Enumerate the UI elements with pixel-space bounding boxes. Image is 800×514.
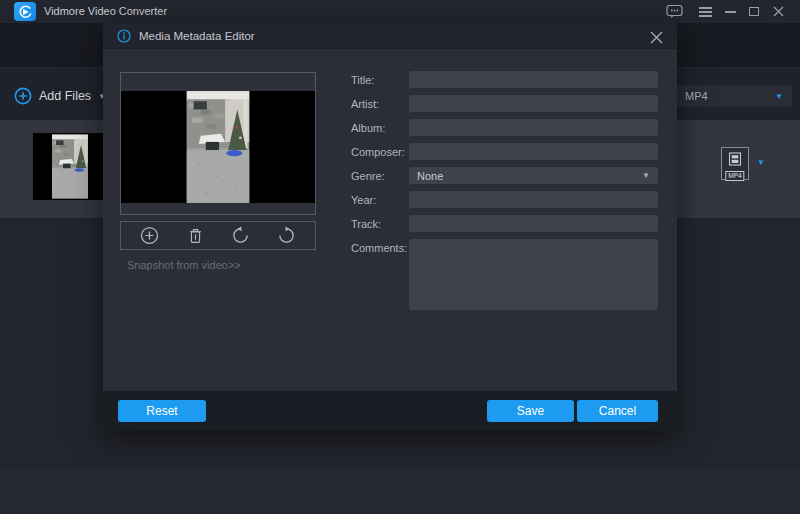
dialog-body: Snapshot from video>> Title: Artist: Alb… — [103, 49, 677, 391]
info-icon — [117, 29, 131, 43]
mp4-format-icon[interactable]: MP4 — [721, 147, 749, 180]
field-row-year: Year: — [351, 191, 658, 208]
window-title: Vidmore Video Converter — [44, 5, 167, 17]
composer-field[interactable] — [409, 143, 658, 160]
app-logo-icon — [14, 2, 36, 21]
media-thumbnail — [33, 133, 105, 200]
comments-label: Comments: — [351, 239, 409, 310]
dialog-footer: Reset Save Cancel — [103, 391, 677, 431]
track-field[interactable] — [409, 215, 658, 232]
field-row-artist: Artist: — [351, 95, 658, 112]
composer-label: Composer: — [351, 143, 409, 160]
add-snapshot-button[interactable] — [138, 224, 162, 248]
title-field[interactable] — [409, 71, 658, 88]
rotate-left-icon — [231, 226, 250, 245]
dialog-title: Media Metadata Editor — [139, 30, 255, 42]
add-files-button[interactable]: Add Files ▼ — [14, 85, 106, 107]
reset-button[interactable]: Reset — [118, 400, 206, 422]
menu-icon[interactable] — [695, 0, 715, 23]
genre-caret-icon: ▼ — [642, 171, 650, 180]
year-field[interactable] — [409, 191, 658, 208]
field-row-title: Title: — [351, 71, 658, 88]
snapshot-from-video-link[interactable]: Snapshot from video>> — [127, 259, 241, 271]
titlebar: Vidmore Video Converter — [0, 0, 800, 23]
output-format-caret-icon: ▼ — [775, 92, 783, 101]
artist-label: Artist: — [351, 95, 409, 112]
preview-letterbox-top — [121, 73, 315, 91]
bottom-bar: Save to: C:\Vidmore\Vidmore Video Conver… — [0, 470, 800, 514]
output-format-value: MP4 — [685, 90, 708, 102]
album-label: Album: — [351, 119, 409, 136]
dialog-close-icon[interactable] — [648, 29, 664, 45]
add-files-plus-icon — [14, 87, 32, 105]
genre-dropdown[interactable]: None ▼ — [409, 167, 658, 184]
rotate-right-icon — [277, 226, 296, 245]
field-row-comments: Comments: — [351, 239, 658, 310]
field-row-album: Album: — [351, 119, 658, 136]
track-label: Track: — [351, 215, 409, 232]
app-window: Vidmore Video Converter Add Files ▼ MP4 … — [0, 0, 800, 514]
close-icon[interactable] — [768, 0, 788, 23]
comments-field[interactable] — [409, 239, 658, 310]
dialog-header: Media Metadata Editor — [103, 23, 677, 49]
add-files-label: Add Files — [39, 89, 91, 103]
album-field[interactable] — [409, 119, 658, 136]
rotate-left-button[interactable] — [229, 224, 253, 248]
maximize-icon[interactable] — [744, 0, 764, 23]
mp4-format-label: MP4 — [725, 171, 744, 181]
metadata-form: Title: Artist: Album: Composer: Genre: — [351, 71, 658, 317]
year-label: Year: — [351, 191, 409, 208]
video-preview — [120, 72, 316, 215]
preview-letterbox-bottom — [121, 203, 315, 214]
field-row-genre: Genre: None ▼ — [351, 167, 658, 184]
trash-icon — [187, 227, 204, 245]
artist-field[interactable] — [409, 95, 658, 112]
output-format-dropdown[interactable]: MP4 ▼ — [676, 85, 792, 107]
feedback-icon[interactable] — [664, 0, 684, 23]
genre-value: None — [417, 170, 443, 182]
save-button[interactable]: Save — [487, 400, 574, 422]
genre-label: Genre: — [351, 167, 409, 184]
minimize-icon[interactable] — [720, 0, 740, 23]
delete-snapshot-button[interactable] — [183, 224, 207, 248]
title-label: Title: — [351, 71, 409, 88]
cancel-button[interactable]: Cancel — [577, 400, 658, 422]
field-row-track: Track: — [351, 215, 658, 232]
snapshot-toolbar — [120, 221, 316, 250]
rotate-right-button[interactable] — [274, 224, 298, 248]
item-format-caret-icon[interactable]: ▼ — [757, 158, 765, 167]
field-row-composer: Composer: — [351, 143, 658, 160]
add-snapshot-icon — [140, 226, 159, 245]
media-metadata-editor-dialog: Media Metadata Editor — [103, 23, 677, 431]
